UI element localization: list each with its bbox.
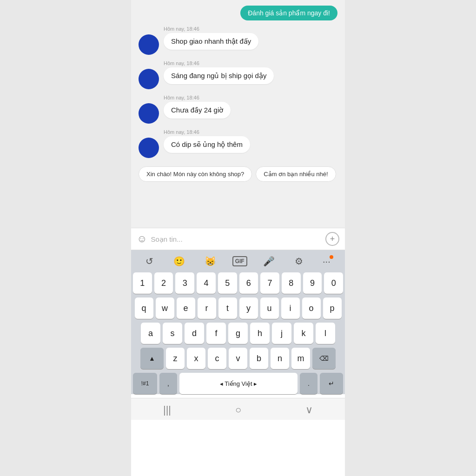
message-content: Hôm nay, 18:46 Có dip sẽ ủng hộ thêm <box>164 129 250 153</box>
message-bubble: Shop giao nhanh thật đấy <box>164 33 258 50</box>
key-y[interactable]: y <box>239 298 258 319</box>
message-bubble: Sáng đang ngủ bị ship gọi dậy <box>164 67 274 84</box>
recent-nav-button[interactable]: ∨ <box>305 404 313 416</box>
message-row: Hôm nay, 18:46 Chưa đầy 24 giờ <box>131 93 345 126</box>
key-l[interactable]: l <box>316 323 335 344</box>
key-d[interactable]: d <box>185 323 204 344</box>
keyboard-gif-button[interactable]: GIF <box>232 256 247 266</box>
key-x[interactable]: x <box>187 348 205 369</box>
message-content: Hôm nay, 18:46 Chưa đầy 24 giờ <box>164 95 231 119</box>
keyboard-sticker-icon[interactable]: 😸 <box>201 254 220 269</box>
keyboard-rows: 1 2 3 4 5 6 7 8 9 0 q w e r t y u i <box>131 271 345 394</box>
bottom-row: !#1 , ◂ Tiếng Việt ▸ . ↵ <box>133 373 343 394</box>
quick-reply-btn-1[interactable]: Xin chào! Món này còn không shop? <box>139 166 252 182</box>
message-row: Hôm nay, 18:46 Shop giao nhanh thật đấy <box>131 24 345 57</box>
key-o[interactable]: o <box>302 298 321 319</box>
key-b[interactable]: b <box>250 348 268 369</box>
shift-key[interactable]: ▲ <box>140 348 164 369</box>
message-bubble: Có dip sẽ ủng hộ thêm <box>164 136 250 153</box>
key-g[interactable]: g <box>228 323 248 344</box>
key-p[interactable]: p <box>323 298 342 319</box>
number-row: 1 2 3 4 5 6 7 8 9 0 <box>133 272 343 294</box>
key-7[interactable]: 7 <box>260 272 279 294</box>
sym-key[interactable]: !#1 <box>133 373 157 394</box>
key-j[interactable]: j <box>272 323 291 344</box>
key-a[interactable]: a <box>141 323 160 344</box>
keyboard: ↺ 🙂 😸 GIF 🎤 ⚙ ··· 1 2 3 4 5 6 7 8 9 0 <box>131 250 345 394</box>
key-u[interactable]: u <box>260 298 279 319</box>
message-content: Hôm nay, 18:46 Shop giao nhanh thật đấy <box>164 26 258 50</box>
navigation-bar: ||| ○ ∨ <box>131 398 345 420</box>
emoji-icon[interactable]: ☺ <box>137 233 147 245</box>
key-6[interactable]: 6 <box>239 272 258 294</box>
backspace-key[interactable]: ⌫ <box>312 348 336 369</box>
key-w[interactable]: w <box>156 298 174 319</box>
comma-key[interactable]: , <box>159 373 177 394</box>
key-8[interactable]: 8 <box>282 272 301 294</box>
message-row: Hôm nay, 18:46 Có dip sẽ ủng hộ thêm <box>131 127 345 160</box>
phone-container: Đánh giá sản phẩm ngay đi! Hôm nay, 18:4… <box>131 0 345 476</box>
key-3[interactable]: 3 <box>175 272 194 294</box>
keyboard-toolbar: ↺ 🙂 😸 GIF 🎤 ⚙ ··· <box>131 250 345 271</box>
key-s[interactable]: s <box>163 323 182 344</box>
key-1[interactable]: 1 <box>133 272 152 294</box>
avatar <box>139 34 159 55</box>
back-nav-button[interactable]: ||| <box>163 404 171 416</box>
key-f[interactable]: f <box>206 323 226 344</box>
zxcv-row: ▲ z x c v b n m ⌫ <box>133 348 343 369</box>
add-button[interactable]: + <box>325 232 339 246</box>
message-row: Hôm nay, 18:46 Sáng đang ngủ bị ship gọi… <box>131 59 345 91</box>
keyboard-emoji-icon[interactable]: 🙂 <box>170 254 189 269</box>
qwerty-row: q w e r t y u i o p <box>133 298 343 319</box>
quick-replies: Xin chào! Món này còn không shop? Cảm ơn… <box>131 162 345 186</box>
enter-key[interactable]: ↵ <box>320 373 343 394</box>
keyboard-refresh-icon[interactable]: ↺ <box>142 254 157 269</box>
key-5[interactable]: 5 <box>218 272 237 294</box>
key-v[interactable]: v <box>229 348 247 369</box>
top-bubble-text: Đánh giá sản phẩm ngay đi! <box>240 6 337 20</box>
key-k[interactable]: k <box>294 323 313 344</box>
keyboard-settings-icon[interactable]: ⚙ <box>291 254 307 269</box>
message-content: Hôm nay, 18:46 Sáng đang ngủ bị ship gọi… <box>164 60 274 84</box>
message-time: Hôm nay, 18:46 <box>164 26 258 32</box>
avatar <box>139 138 159 158</box>
message-time: Hôm nay, 18:46 <box>164 129 250 135</box>
key-n[interactable]: n <box>271 348 289 369</box>
key-2[interactable]: 2 <box>154 272 173 294</box>
key-9[interactable]: 9 <box>303 272 322 294</box>
key-e[interactable]: e <box>177 298 195 319</box>
avatar <box>139 103 159 124</box>
key-q[interactable]: q <box>135 298 153 319</box>
asdf-row: a s d f g h j k l <box>133 323 343 344</box>
home-nav-button[interactable]: ○ <box>235 404 241 416</box>
message-time: Hôm nay, 18:46 <box>164 95 231 100</box>
key-z[interactable]: z <box>166 348 185 369</box>
key-4[interactable]: 4 <box>197 272 216 294</box>
period-key[interactable]: . <box>300 373 317 394</box>
keyboard-mic-icon[interactable]: 🎤 <box>259 254 278 269</box>
message-time: Hôm nay, 18:46 <box>164 60 274 66</box>
chat-area: Đánh giá sản phẩm ngay đi! Hôm nay, 18:4… <box>131 0 345 228</box>
message-input[interactable] <box>151 235 322 243</box>
key-c[interactable]: c <box>208 348 226 369</box>
key-0[interactable]: 0 <box>324 272 343 294</box>
top-bubble-row: Đánh giá sản phẩm ngay đi! <box>131 4 345 22</box>
language-key[interactable]: ◂ Tiếng Việt ▸ <box>179 373 298 394</box>
keyboard-more-icon[interactable]: ··· <box>319 254 334 269</box>
key-h[interactable]: h <box>250 323 270 344</box>
quick-reply-btn-2[interactable]: Cảm ơn bạn nhiều nhé! <box>256 166 336 182</box>
avatar <box>139 69 159 89</box>
message-bubble: Chưa đầy 24 giờ <box>164 102 231 119</box>
input-area: ☺ + <box>131 228 345 250</box>
key-r[interactable]: r <box>198 298 216 319</box>
key-t[interactable]: t <box>218 298 237 319</box>
key-m[interactable]: m <box>291 348 310 369</box>
key-i[interactable]: i <box>281 298 300 319</box>
